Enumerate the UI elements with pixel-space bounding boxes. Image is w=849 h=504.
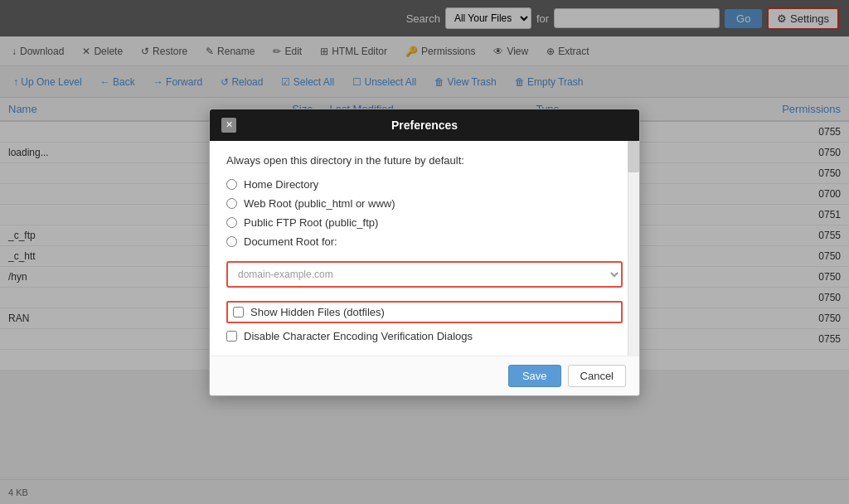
radio-web-root[interactable]: Web Root (public_html or www) <box>226 197 623 210</box>
modal-description: Always open this directory in the future… <box>226 154 623 167</box>
radio-ftp-root-input[interactable] <box>226 217 237 228</box>
modal-title: Preferences <box>236 119 613 132</box>
modal-cancel-button[interactable]: Cancel <box>568 365 626 387</box>
radio-ftp-root[interactable]: Public FTP Root (public_ftp) <box>226 216 623 229</box>
modal-body-wrap: Always open this directory in the future… <box>210 141 639 356</box>
show-hidden-files-item[interactable]: Show Hidden Files (dotfiles) <box>226 301 623 323</box>
domain-dropdown-row: domain-example.com <box>226 261 623 288</box>
disable-encoding-checkbox[interactable] <box>226 331 237 342</box>
modal-footer: Save Cancel <box>210 356 639 395</box>
preferences-modal: ✕ Preferences Always open this directory… <box>209 109 640 396</box>
modal-close-button[interactable]: ✕ <box>221 118 236 133</box>
checkbox-group: Show Hidden Files (dotfiles) Disable Cha… <box>226 301 623 342</box>
radio-home-input[interactable] <box>226 179 237 190</box>
show-hidden-files-label: Show Hidden Files (dotfiles) <box>250 306 385 318</box>
radio-ftp-root-label: Public FTP Root (public_ftp) <box>244 216 378 229</box>
modal-save-button[interactable]: Save <box>508 365 561 387</box>
show-hidden-files-checkbox[interactable] <box>233 307 244 317</box>
modal-overlay: ✕ Preferences Always open this directory… <box>0 0 849 504</box>
disable-encoding-label: Disable Character Encoding Verification … <box>244 330 473 342</box>
radio-web-root-input[interactable] <box>226 198 237 209</box>
radio-web-root-label: Web Root (public_html or www) <box>244 197 395 210</box>
modal-scrollbar[interactable] <box>628 141 639 356</box>
modal-title-bar: ✕ Preferences <box>210 109 639 141</box>
disable-encoding-item[interactable]: Disable Character Encoding Verification … <box>226 330 623 342</box>
radio-document-root-input[interactable] <box>226 236 237 247</box>
modal-body: Always open this directory in the future… <box>210 141 639 356</box>
radio-document-root[interactable]: Document Root for: <box>226 235 623 248</box>
modal-scroll-thumb <box>628 141 639 172</box>
radio-home-directory[interactable]: Home Directory <box>226 178 623 191</box>
radio-group: Home Directory Web Root (public_html or … <box>226 178 623 248</box>
radio-document-root-label: Document Root for: <box>244 235 337 248</box>
domain-select[interactable]: domain-example.com <box>226 261 623 288</box>
radio-home-label: Home Directory <box>244 178 318 191</box>
